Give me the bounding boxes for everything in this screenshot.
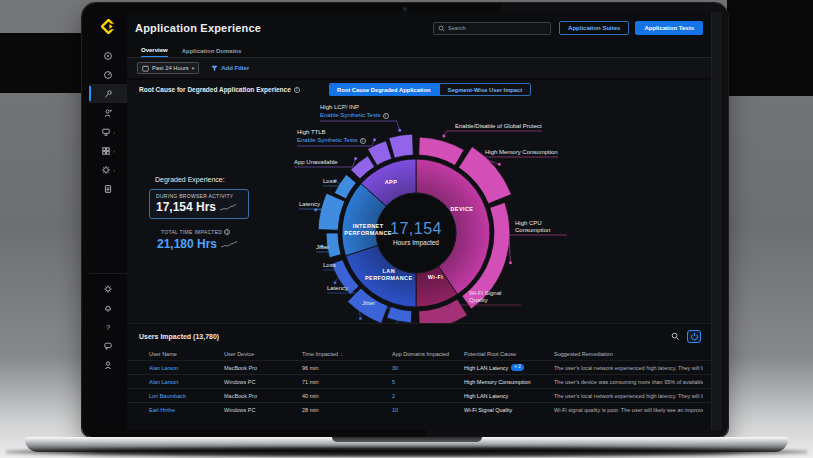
tab-overview[interactable]: Overview [141,47,168,57]
browser-activity-value: 17,154 Hrs [156,200,216,214]
total-time-value: 21,180 Hrs [157,237,217,251]
sidebar-item-application-experience[interactable] [89,84,127,103]
subsegment-jitter[interactable] [387,307,412,323]
column-header-user-device[interactable]: User Device [224,351,302,357]
filter-bar: Past 24 Hours ▾ Add Filter [127,58,711,78]
app-domains-link[interactable]: 30 [392,365,464,371]
subsegment-latency[interactable] [318,193,345,230]
column-header-user-name[interactable]: User Name [149,351,224,357]
column-header-potential-root-cause[interactable]: Potential Root Cause [464,351,554,357]
info-icon[interactable]: i [224,229,230,235]
sidebar-item-user-alert[interactable] [89,103,127,122]
laptop-screen: ››› ? Application Experience Search Appl… [82,3,728,437]
leader-line [294,158,356,167]
application-tests-button[interactable]: Application Tests [635,21,703,35]
dashboard-icon [103,70,113,80]
chevron-right-icon: › [113,129,115,135]
explore-icon [103,51,113,61]
synthetic-tests-link[interactable]: Enable Synthetic Tests i [320,111,389,120]
notifications-icon [103,303,113,313]
sort-descending-icon[interactable]: ↓ [340,351,343,357]
apps-icon [101,146,111,156]
reports-icon [103,184,113,194]
user-alert-icon [103,108,113,118]
sidebar-item-explore[interactable] [89,46,127,65]
svg-text:?: ? [106,322,110,331]
sidebar-item-account[interactable] [89,355,127,374]
tab-application-domains[interactable]: Application Domains [182,48,242,57]
chevron-down-icon: ▾ [192,65,195,71]
table-row[interactable]: Alan LarsonMacBook Pro96 min30High LAN L… [127,360,711,374]
leader-line [320,121,400,130]
sidebar-nav: ››› [89,46,127,198]
leader-dot [314,208,317,211]
leader-dot [442,134,445,137]
user-name-link[interactable]: Alan Larson [149,379,224,385]
info-icon[interactable]: i [383,113,389,119]
webcam [403,7,407,11]
browser-activity-card[interactable]: DURING BROWSER ACTIVITY 17,154 Hrs [149,189,249,219]
user-device-cell: Windows PC [224,379,302,385]
column-header-suggested-remediation[interactable]: Suggested Remediation [554,351,703,357]
sidebar-item-feedback[interactable] [89,336,127,355]
tab-bar: OverviewApplication Domains [127,44,711,58]
table-export-button[interactable] [687,330,701,343]
user-name-link[interactable]: Earl Hirthe [149,407,224,413]
sidebar-item-settings[interactable] [89,279,127,298]
table-body: Alan LarsonMacBook Pro96 min30High LAN L… [127,360,711,416]
sidebar-item-reports[interactable] [89,179,127,198]
root-cause-count-badge[interactable]: + 2 [511,364,523,371]
subsegment-jitter[interactable] [326,233,341,258]
leader-dot [334,179,337,182]
total-time-label: TOTAL TIME IMPACTED [161,229,222,235]
app-window: ››› ? Application Experience Search Appl… [89,12,722,430]
time-range-dropdown[interactable]: Past 24 Hours ▾ [137,62,199,74]
table-title: Users Impacted (13,780) [139,333,219,340]
chevron-right-icon: › [113,148,115,154]
user-name-link[interactable]: Alan Larson [149,365,224,371]
feedback-icon [103,341,113,351]
leader-dot [398,129,401,132]
add-filter-button[interactable]: Add Filter [211,65,249,72]
remediation-cell: The user's local network experienced hig… [554,393,703,399]
column-header-time-impacted[interactable]: Time Impacted↓ [302,351,392,357]
info-icon[interactable]: i [360,138,366,144]
backdrop: ››› ? Application Experience Search Appl… [0,0,813,458]
scrollbar[interactable] [711,12,722,430]
remediation-cell: The user's device was consuming more tha… [554,379,703,385]
application-suites-button[interactable]: Application Suites [559,21,629,35]
time-impacted-cell: 71 min [302,379,392,385]
sidebar-item-automation[interactable]: › [89,160,127,179]
leader-dot [373,138,376,141]
search-input[interactable]: Search [433,22,551,35]
page-title: Application Experience [135,22,261,34]
app-domains-link[interactable]: 2 [392,393,464,399]
sidebar-item-apps[interactable]: › [89,141,127,160]
table-search-button[interactable] [669,330,682,343]
root-cause-panel: Root Cause for Degraded Application Expe… [127,78,711,323]
devices-icon [101,127,111,137]
app-domains-link[interactable]: 5 [392,379,464,385]
column-header-app-domains-impacted[interactable]: App Domains Impacted [392,351,464,357]
search-icon [438,25,445,32]
app-domains-link[interactable]: 10 [392,407,464,413]
application-experience-icon [103,89,113,99]
table-row[interactable]: Alan LarsonWindows PC71 min5High Memory … [127,374,711,388]
sidebar-item-dashboard[interactable] [89,65,127,84]
sidebar-item-help[interactable]: ? [89,317,127,336]
sidebar-item-notifications[interactable] [89,298,127,317]
subsegment-high-lcp-inp[interactable] [389,134,414,158]
user-name-link[interactable]: Lori Baumbach [149,393,224,399]
synthetic-tests-link[interactable]: Enable Synthetic Tests i [297,136,366,145]
table-row[interactable]: Earl HirtheWindows PC28 min10Wi-Fi Signa… [127,402,711,416]
remediation-cell: The user's local network experienced hig… [554,365,703,371]
main-content: Application Experience Search Applicatio… [127,12,711,430]
sidebar-item-devices[interactable]: › [89,122,127,141]
time-impacted-cell: 28 min [302,407,392,413]
backdrop-dark-band-right [727,0,813,96]
top-header: Application Experience Search Applicatio… [127,12,711,44]
calendar-icon [142,65,149,72]
automation-icon [101,165,111,175]
table-row[interactable]: Lori BaumbachMacBook Pro40 min2High LAN … [127,388,711,402]
time-impacted-cell: 96 min [302,365,392,371]
